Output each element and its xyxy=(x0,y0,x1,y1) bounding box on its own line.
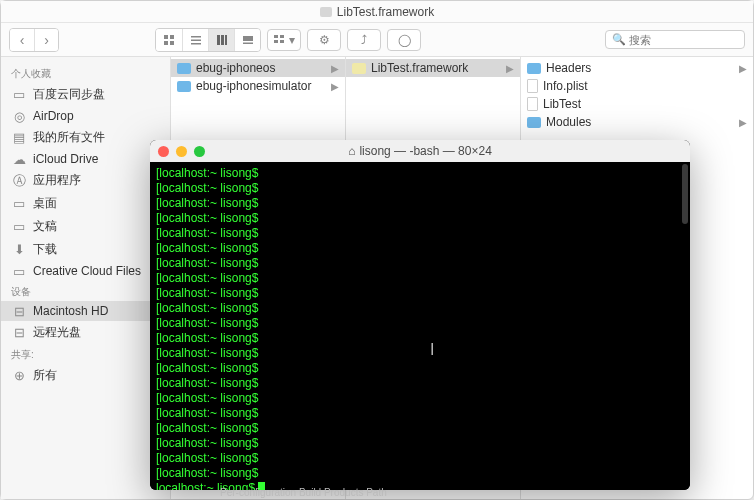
action-button[interactable]: ⚙ xyxy=(307,29,341,51)
column-item-label: LibTest xyxy=(543,97,581,111)
minimize-icon[interactable] xyxy=(176,146,187,157)
folder-icon xyxy=(527,63,541,74)
terminal-line: [localhost:~ lisong$ xyxy=(156,286,684,301)
file-icon xyxy=(527,79,538,93)
sidebar-item[interactable]: ⬇下载 xyxy=(1,238,170,261)
column-item[interactable]: ebug-iphonesimulator▶ xyxy=(171,77,345,95)
sidebar-icon: ▤ xyxy=(11,131,27,145)
sidebar-item[interactable]: ▭文稿 xyxy=(1,215,170,238)
favorites-header: 个人收藏 xyxy=(1,63,170,83)
share-button[interactable]: ⤴ xyxy=(347,29,381,51)
sidebar-item[interactable]: ▭Creative Cloud Files xyxy=(1,261,170,281)
disk-icon: ⊟ xyxy=(11,326,27,340)
column-item-label: ebug-iphonesimulator xyxy=(196,79,311,93)
terminal-line: [localhost:~ lisong$ xyxy=(156,331,684,346)
terminal-titlebar[interactable]: ⌂ lisong — -bash — 80×24 xyxy=(150,140,690,162)
svg-rect-15 xyxy=(280,40,284,43)
search-icon: 🔍 xyxy=(612,33,626,46)
sidebar-item-label: 远程光盘 xyxy=(33,324,81,341)
search-input[interactable] xyxy=(629,34,754,46)
list-view-button[interactable] xyxy=(182,29,208,51)
devices-header: 设备 xyxy=(1,281,170,301)
file-icon xyxy=(527,97,538,111)
sidebar-icon: ☁ xyxy=(11,152,27,166)
sidebar-item[interactable]: ☁iCloud Drive xyxy=(1,149,170,169)
svg-rect-4 xyxy=(191,36,201,38)
sidebar-item[interactable]: Ⓐ应用程序 xyxy=(1,169,170,192)
close-icon[interactable] xyxy=(158,146,169,157)
sidebar-icon: Ⓐ xyxy=(11,174,27,188)
icon-view-button[interactable] xyxy=(156,29,182,51)
terminal-line: [localhost:~ lisong$ xyxy=(156,271,684,286)
terminal-line: [localhost:~ lisong$ xyxy=(156,211,684,226)
terminal-window[interactable]: ⌂ lisong — -bash — 80×24 [localhost:~ li… xyxy=(150,140,690,490)
footer-text: Per-configuration Build Products Path xyxy=(220,487,387,498)
sidebar-item-label: 我的所有文件 xyxy=(33,129,105,146)
nav-buttons: ‹ › xyxy=(9,28,59,52)
sidebar-item[interactable]: ◎AirDrop xyxy=(1,106,170,126)
terminal-line: [localhost:~ lisong$ xyxy=(156,316,684,331)
column-item[interactable]: Modules▶ xyxy=(521,113,753,131)
folder-icon xyxy=(527,117,541,128)
column-item-label: Info.plist xyxy=(543,79,588,93)
column-item-label: LibTest.framework xyxy=(371,61,468,75)
terminal-line: [localhost:~ lisong$ xyxy=(156,451,684,466)
forward-button[interactable]: › xyxy=(34,29,58,51)
disk-icon: ⊟ xyxy=(11,304,27,318)
svg-rect-6 xyxy=(191,43,201,45)
column-item[interactable]: Headers▶ xyxy=(521,59,753,77)
window-title: LibTest.framework xyxy=(337,5,434,19)
search-field[interactable]: 🔍 xyxy=(605,30,745,49)
column-view-button[interactable] xyxy=(208,29,234,51)
svg-rect-3 xyxy=(170,41,174,45)
sidebar-shared[interactable]: ⊕所有 xyxy=(1,364,170,387)
terminal-line: [localhost:~ lisong$ xyxy=(156,166,684,181)
sidebar: 个人收藏 ▭百度云同步盘◎AirDrop▤我的所有文件☁iCloud Drive… xyxy=(1,57,171,499)
sidebar-item[interactable]: ▭桌面 xyxy=(1,192,170,215)
terminal-line: [localhost:~ lisong$ xyxy=(156,226,684,241)
column-item-label: ebug-iphoneos xyxy=(196,61,275,75)
finder-titlebar: LibTest.framework xyxy=(1,1,753,23)
sidebar-item[interactable]: ▭百度云同步盘 xyxy=(1,83,170,106)
sidebar-item-label: 文稿 xyxy=(33,218,57,235)
column-item[interactable]: ebug-iphoneos▶ xyxy=(171,59,345,77)
svg-rect-14 xyxy=(274,40,278,43)
sidebar-icon: ▭ xyxy=(11,264,27,278)
view-buttons xyxy=(155,28,261,52)
sidebar-item-label: 下载 xyxy=(33,241,57,258)
home-icon: ⌂ xyxy=(348,144,355,158)
arrange-button[interactable]: ▾ xyxy=(267,29,301,51)
terminal-body[interactable]: [localhost:~ lisong$[localhost:~ lisong$… xyxy=(150,162,690,490)
back-button[interactable]: ‹ xyxy=(10,29,34,51)
folder-icon xyxy=(177,63,191,74)
sidebar-icon: ▭ xyxy=(11,88,27,102)
terminal-line: [localhost:~ lisong$ xyxy=(156,406,684,421)
column-item[interactable]: LibTest xyxy=(521,95,753,113)
column-item-label: Headers xyxy=(546,61,591,75)
sidebar-device[interactable]: ⊟远程光盘 xyxy=(1,321,170,344)
svg-rect-11 xyxy=(243,42,253,44)
column-item[interactable]: Info.plist xyxy=(521,77,753,95)
svg-rect-9 xyxy=(225,35,227,45)
chevron-right-icon: ▶ xyxy=(331,63,339,74)
terminal-line: [localhost:~ lisong$ xyxy=(156,256,684,271)
svg-rect-1 xyxy=(170,35,174,39)
sidebar-icon: ▭ xyxy=(11,220,27,234)
tags-button[interactable]: ◯ xyxy=(387,29,421,51)
terminal-line: [localhost:~ lisong$ xyxy=(156,241,684,256)
sidebar-item-label: Creative Cloud Files xyxy=(33,264,141,278)
svg-rect-10 xyxy=(243,36,253,41)
shared-header: 共享: xyxy=(1,344,170,364)
column-item-label: Modules xyxy=(546,115,591,129)
terminal-line: [localhost:~ lisong$ xyxy=(156,181,684,196)
terminal-title: ⌂ lisong — -bash — 80×24 xyxy=(150,144,690,158)
sidebar-icon: ◎ xyxy=(11,109,27,123)
terminal-scrollbar[interactable] xyxy=(682,164,688,224)
sidebar-item-label: AirDrop xyxy=(33,109,74,123)
sidebar-device[interactable]: ⊟Macintosh HD xyxy=(1,301,170,321)
column-item[interactable]: LibTest.framework▶ xyxy=(346,59,520,77)
maximize-icon[interactable] xyxy=(194,146,205,157)
sidebar-item[interactable]: ▤我的所有文件 xyxy=(1,126,170,149)
coverflow-view-button[interactable] xyxy=(234,29,260,51)
sidebar-icon: ⬇ xyxy=(11,243,27,257)
